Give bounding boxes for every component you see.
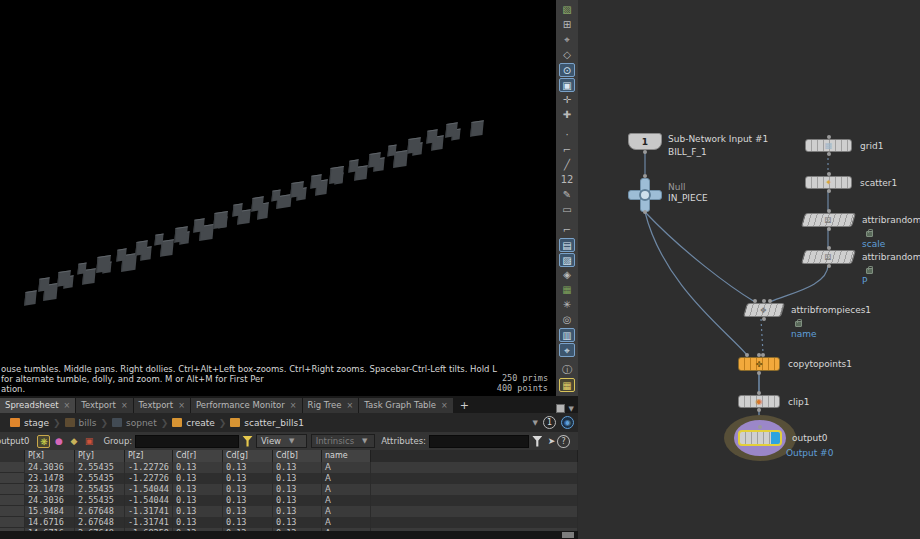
- dot-icon[interactable]: ·: [559, 128, 575, 142]
- node-port[interactable]: [827, 189, 831, 193]
- column-header-Pz[interactable]: P[z]: [125, 450, 172, 462]
- network-editor[interactable]: 1Sub-Network Input #1BILL_F_1NullIN_PIEC…: [578, 0, 920, 539]
- group-filter-icon[interactable]: [242, 436, 253, 447]
- node-port[interactable]: [827, 209, 831, 213]
- light-diamond-icon[interactable]: ◇: [559, 48, 575, 62]
- target-pin-icon[interactable]: ⌖: [559, 33, 575, 47]
- column-header-Cdr[interactable]: Cd[r]: [173, 450, 222, 462]
- node-copytopoints1[interactable]: ✤: [738, 357, 780, 371]
- view-box-icon[interactable]: ▣: [559, 78, 575, 92]
- corner-ruler-icon[interactable]: ⌐: [559, 223, 575, 237]
- node-subnetwork-input[interactable]: 1: [628, 133, 662, 150]
- points-class-icon[interactable]: ❋: [37, 435, 50, 448]
- node-clip1[interactable]: ◉: [738, 395, 780, 408]
- pane-link-badge[interactable]: 1: [543, 416, 556, 429]
- display-flag[interactable]: [771, 432, 780, 444]
- lock-icon[interactable]: ⊞: [559, 18, 575, 32]
- prims-class-icon[interactable]: ◆: [67, 435, 80, 448]
- node-port[interactable]: [827, 264, 831, 268]
- attributes-input[interactable]: [429, 435, 529, 448]
- node-scatter1[interactable]: ✦: [805, 176, 852, 189]
- node-port[interactable]: [758, 425, 762, 429]
- pen-icon[interactable]: ✎: [559, 188, 575, 202]
- breadcrumb-item-bills[interactable]: bills: [59, 415, 103, 430]
- node-port[interactable]: [827, 227, 831, 231]
- node-port[interactable]: [643, 174, 647, 178]
- pane-menu-caret-icon[interactable]: ▼: [569, 405, 574, 413]
- node-port[interactable]: [643, 210, 647, 214]
- pane-maximize-icon[interactable]: [556, 404, 565, 413]
- ruler-12-icon[interactable]: 12: [559, 173, 575, 187]
- tab-spreadsheet[interactable]: Spreadsheet×: [0, 398, 75, 413]
- thumb-image-icon[interactable]: ▥: [559, 328, 575, 342]
- node-port[interactable]: [757, 371, 761, 375]
- breadcrumb-item-sopnet[interactable]: sopnet: [106, 415, 163, 430]
- node-null-in-piece[interactable]: [630, 180, 660, 210]
- node-port[interactable]: [762, 317, 766, 321]
- hook-icon[interactable]: ⌐: [559, 143, 575, 157]
- table-row[interactable]: 14.67162.67648-1.317410.130.130.13A: [0, 517, 578, 528]
- scene-viewport[interactable]: ouse tumbles. Middle pans. Right dollies…: [0, 0, 556, 396]
- wire-box-icon[interactable]: ▦: [559, 283, 575, 297]
- path-history-caret-icon[interactable]: ▼: [533, 419, 538, 427]
- node-port[interactable]: [753, 299, 757, 303]
- tab-close-icon[interactable]: ×: [64, 398, 71, 413]
- node-port[interactable]: [757, 408, 761, 412]
- node-port[interactable]: [745, 353, 749, 357]
- node-attribrandomize2[interactable]: ⚄: [801, 250, 856, 264]
- node-port[interactable]: [643, 150, 647, 154]
- snap-points-icon[interactable]: ✚: [559, 108, 575, 122]
- info-icon[interactable]: ⓘ: [559, 363, 575, 377]
- tab-close-icon[interactable]: ×: [121, 398, 128, 413]
- geometry-spreadsheet[interactable]: P[x]P[y]P[z]Cd[r]Cd[g]Cd[b]name24.30362.…: [0, 450, 578, 539]
- table-row[interactable]: 23.14782.55435-1.227260.130.130.13A: [0, 473, 578, 484]
- help-icon[interactable]: ?: [557, 435, 570, 448]
- node-port[interactable]: [761, 353, 765, 357]
- node-port[interactable]: [827, 135, 831, 139]
- column-header-Cdb[interactable]: Cd[b]: [273, 450, 321, 462]
- axis-icon[interactable]: ✳: [559, 298, 575, 312]
- tab-performance-monitor[interactable]: Performance Monitor×: [191, 398, 302, 413]
- column-header-Py[interactable]: P[y]: [75, 450, 124, 462]
- column-header-name[interactable]: name: [322, 450, 370, 462]
- tab-textport[interactable]: Textport×: [76, 398, 132, 413]
- tab-textport[interactable]: Textport×: [134, 398, 190, 413]
- breadcrumb-item-scatter_bills1[interactable]: scatter_bills1: [224, 415, 310, 430]
- image-plane-icon[interactable]: ▤: [559, 238, 575, 252]
- snap-multi-icon[interactable]: ✛: [559, 93, 575, 107]
- add-tab-button[interactable]: +: [454, 398, 475, 413]
- table-row[interactable]: 24.30362.55435-1.227260.130.130.13A: [0, 462, 578, 473]
- node-port[interactable]: [827, 152, 831, 156]
- scene-snapshot-icon[interactable]: ▧: [559, 3, 575, 17]
- table-row[interactable]: 15.94842.67648-1.317410.130.130.13A: [0, 506, 578, 517]
- checker-icon[interactable]: ▨: [559, 253, 575, 267]
- attributes-filter-icon[interactable]: [532, 436, 543, 447]
- tab-close-icon[interactable]: ×: [347, 398, 354, 413]
- row-number-header[interactable]: [0, 450, 24, 462]
- breadcrumb-item-create[interactable]: create: [166, 415, 221, 430]
- node-port[interactable]: [762, 299, 766, 303]
- table-row[interactable]: 24.30362.55435-1.540440.130.130.13A: [0, 495, 578, 506]
- group-input[interactable]: [135, 435, 239, 448]
- pointer-select-icon[interactable]: ➤: [546, 435, 558, 447]
- intrinsics-dropdown[interactable]: Intrinsics▼: [311, 434, 375, 448]
- line-tool-icon[interactable]: ╱: [559, 158, 575, 172]
- tab-close-icon[interactable]: ×: [178, 398, 185, 413]
- views-diamond-icon[interactable]: ◈: [559, 268, 575, 282]
- node-port[interactable]: [827, 246, 831, 250]
- circle-box-icon[interactable]: ◎: [559, 313, 575, 327]
- view-dropdown[interactable]: View▼: [256, 434, 307, 448]
- node-attribrandomize1[interactable]: ⚄: [801, 213, 856, 227]
- spreadsheet-hscrollbar[interactable]: [0, 531, 578, 539]
- node-output0[interactable]: [738, 430, 782, 446]
- detail-class-icon[interactable]: ▣: [82, 435, 95, 448]
- breadcrumb-item-stage[interactable]: stage: [4, 415, 55, 430]
- brush-icon[interactable]: ▭: [559, 203, 575, 217]
- tab-task-graph-table[interactable]: Task Graph Table×: [359, 398, 453, 413]
- pin-pane-icon[interactable]: ◉: [561, 416, 574, 429]
- tab-close-icon[interactable]: ×: [290, 398, 297, 413]
- node-grid1[interactable]: ▦: [805, 139, 852, 152]
- tab-close-icon[interactable]: ×: [441, 398, 448, 413]
- pin-blue-icon[interactable]: ⌖: [559, 343, 575, 357]
- grid-layout-icon[interactable]: ▦: [559, 378, 575, 392]
